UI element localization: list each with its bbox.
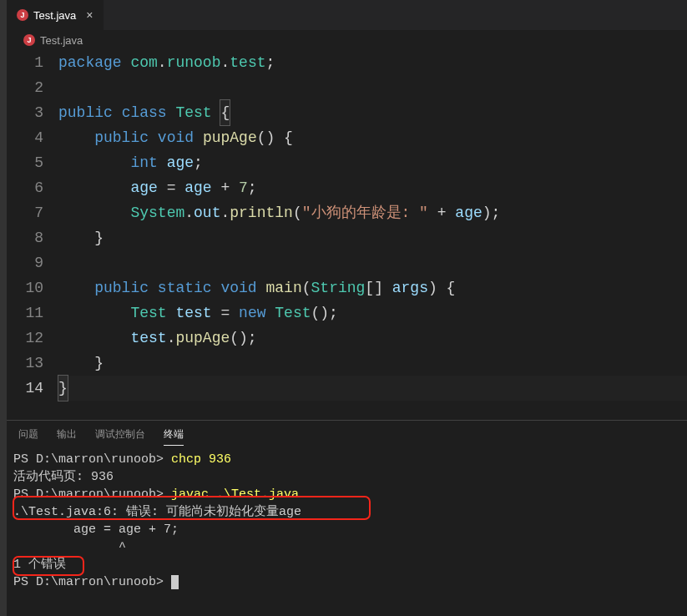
- code-line[interactable]: test.pupAge();: [58, 326, 687, 351]
- line-number: 12: [7, 326, 43, 351]
- line-number: 7: [7, 200, 43, 225]
- code-line[interactable]: [58, 75, 687, 100]
- terminal-line: PS D:\marron\runoob> chcp 936: [13, 451, 682, 468]
- line-number: 2: [7, 75, 43, 100]
- java-file-icon: J: [23, 34, 35, 46]
- terminal-line: .\Test.java:6: 错误: 可能尚未初始化变量age: [13, 503, 682, 521]
- tab-test-java[interactable]: J Test.java ×: [7, 0, 104, 30]
- line-number: 13: [7, 351, 43, 376]
- breadcrumb-filename: Test.java: [40, 34, 83, 47]
- code-line[interactable]: System.out.println("小狗的年龄是: " + age);: [58, 200, 687, 225]
- code-line[interactable]: public class Test {: [58, 100, 687, 125]
- close-icon[interactable]: ×: [86, 8, 93, 22]
- breadcrumb[interactable]: J Test.java: [7, 30, 687, 50]
- line-number: 4: [7, 125, 43, 150]
- code-line[interactable]: [58, 250, 687, 275]
- terminal-line: PS D:\marron\runoob>: [13, 573, 682, 591]
- terminal-line: PS D:\marron\runoob> javac .\Test.java: [13, 486, 682, 503]
- code-line[interactable]: package com.runoob.test;: [58, 50, 687, 75]
- terminal-line: 1 个错误: [13, 556, 682, 573]
- line-number: 9: [7, 250, 43, 275]
- code-line[interactable]: }: [58, 225, 687, 250]
- java-file-icon: J: [17, 9, 28, 21]
- code-line[interactable]: }: [58, 376, 687, 401]
- bottom-panel: 问题输出调试控制台终端 PS D:\marron\runoob> chcp 93…: [7, 420, 687, 616]
- line-number: 8: [7, 225, 43, 250]
- line-number: 6: [7, 175, 43, 200]
- code-line[interactable]: int age;: [58, 150, 687, 175]
- panel-tab-3[interactable]: 终端: [164, 427, 184, 446]
- line-number: 14: [7, 376, 43, 401]
- panel-tab-0[interactable]: 问题: [18, 427, 38, 446]
- terminal-cursor: [171, 575, 179, 589]
- line-number: 11: [7, 300, 43, 326]
- line-number: 3: [7, 100, 43, 125]
- line-number: 1: [7, 50, 43, 75]
- code-line[interactable]: }: [58, 351, 687, 376]
- code-line[interactable]: public void pupAge() {: [58, 125, 687, 150]
- terminal-line: ^: [13, 538, 682, 556]
- tab-filename: Test.java: [33, 9, 76, 22]
- terminal-line: age = age + 7;: [13, 521, 682, 538]
- line-number-gutter: 1234567891011121314: [7, 50, 58, 420]
- panel-tabbar: 问题输出调试控制台终端: [7, 421, 687, 446]
- panel-tab-1[interactable]: 输出: [57, 427, 77, 446]
- line-number: 5: [7, 150, 43, 175]
- activity-bar: [0, 0, 7, 616]
- code-line[interactable]: Test test = new Test();: [58, 300, 687, 326]
- code-content[interactable]: package com.runoob.test; public class Te…: [58, 50, 687, 420]
- terminal-line: 活动代码页: 936: [13, 468, 682, 486]
- code-line[interactable]: age = age + 7;: [58, 175, 687, 200]
- code-line[interactable]: public static void main(String[] args) {: [58, 275, 687, 300]
- panel-tab-2[interactable]: 调试控制台: [95, 427, 145, 446]
- line-number: 10: [7, 275, 43, 300]
- editor-tabbar: J Test.java ×: [7, 0, 687, 30]
- terminal-output[interactable]: PS D:\marron\runoob> chcp 936活动代码页: 936P…: [7, 446, 687, 591]
- code-editor[interactable]: 1234567891011121314 package com.runoob.t…: [7, 50, 687, 420]
